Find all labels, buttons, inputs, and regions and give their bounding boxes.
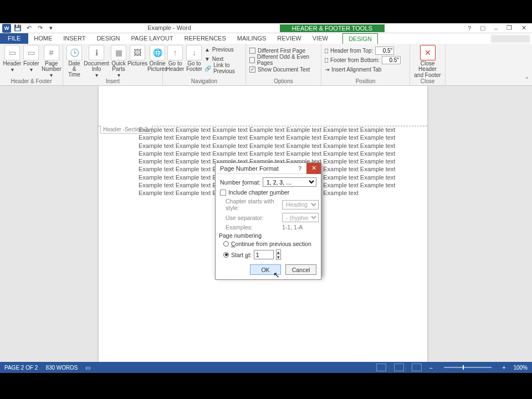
print-layout-icon[interactable] <box>394 364 404 371</box>
include-chapter-checkbox[interactable] <box>220 190 226 196</box>
group-header-footer: Header & Footer <box>3 78 59 85</box>
group-insert: Insert <box>66 78 159 85</box>
quick-parts-button[interactable]: ▦Quick Parts▾ <box>111 45 126 78</box>
show-document-text-checkbox[interactable]: ✓Show Document Text <box>249 65 318 74</box>
different-odd-even-checkbox[interactable]: Different Odd & Even Pages <box>249 55 318 64</box>
account-area[interactable] <box>491 35 530 43</box>
tab-mailings[interactable]: MAILINGS <box>232 33 272 44</box>
footer-from-bottom-label: Footer from Bottom: <box>330 57 380 63</box>
pictures-button[interactable]: 🖼Pictures <box>129 45 146 66</box>
header-from-top-label: Header from Top: <box>330 48 373 54</box>
group-options: Options <box>249 78 318 85</box>
qat-customize-icon[interactable]: ▾ <box>47 24 55 33</box>
zoom-out-button[interactable]: – <box>429 365 433 371</box>
previous-button[interactable]: ▲Previous <box>204 45 242 54</box>
ok-button[interactable]: OK <box>250 264 281 275</box>
close-button[interactable]: ✕ <box>516 24 531 33</box>
tab-design[interactable]: DESIGN <box>91 33 125 44</box>
insert-alignment-tab-button[interactable]: ⇥Insert Alignment Tab <box>325 65 406 74</box>
number-format-label: Number format: <box>220 179 260 186</box>
goto-header-button[interactable]: ↑Go to Header <box>166 45 184 72</box>
link-icon: 🔗 <box>204 65 211 71</box>
dialog-close-button[interactable]: ✕ <box>306 163 321 174</box>
document-info-button[interactable]: ℹDocument Info▾ <box>84 45 109 78</box>
number-format-select[interactable]: 1, 2, 3, … <box>263 177 316 187</box>
header-button[interactable]: ▭Header▾ <box>3 45 21 73</box>
collapse-ribbon-icon[interactable]: ˄ <box>525 76 529 84</box>
zoom-in-button[interactable]: + <box>503 365 506 371</box>
include-chapter-label: Include chapter number <box>228 189 289 196</box>
proofing-icon[interactable]: ▭ <box>85 365 90 371</box>
continue-label: Continue from previous section <box>231 241 311 247</box>
start-at-spin-down[interactable]: ▾ <box>277 255 280 259</box>
tab-page-layout[interactable]: PAGE LAYOUT <box>126 33 179 44</box>
previous-icon: ▲ <box>204 47 210 53</box>
dialog-help-button[interactable]: ? <box>294 165 305 172</box>
goto-footer-button[interactable]: ↓Go to Footer <box>186 45 202 72</box>
dialog-titlebar[interactable]: Page Number Format ? ✕ <box>216 163 321 174</box>
tab-view[interactable]: VIEW <box>307 33 334 44</box>
contextual-tab-header: HEADER & FOOTER TOOLS <box>280 24 385 32</box>
page-numbering-label: Page numbering <box>219 232 316 239</box>
redo-icon[interactable]: ↷ <box>35 24 44 33</box>
align-tab-icon: ⇥ <box>325 66 329 73</box>
examples-value: 1-1, 1-A <box>282 224 303 231</box>
group-navigation: Navigation <box>166 78 242 85</box>
header-top-icon: ⎕ <box>325 48 328 54</box>
undo-icon[interactable]: ↶ <box>24 24 33 33</box>
word-app-icon[interactable]: W <box>2 24 11 33</box>
page-number-button[interactable]: #Page Number▾ <box>42 45 62 78</box>
save-icon[interactable]: 💾 <box>13 24 22 33</box>
date-time-button[interactable]: 🕒Date & Time <box>66 45 82 78</box>
minimize-button[interactable]: – <box>490 24 502 33</box>
title-bar: W 💾 ↶ ↷ ▾ Example - Word HEADER & FOOTER… <box>0 23 532 33</box>
tab-file[interactable]: FILE <box>0 33 28 44</box>
tab-review[interactable]: REVIEW <box>272 33 306 44</box>
ribbon: ▭Header▾ ▭Footer▾ #Page Number▾ Header &… <box>0 44 532 86</box>
page-number-format-dialog: Page Number Format ? ✕ Number format: 1,… <box>215 162 321 280</box>
cancel-button[interactable]: Cancel <box>285 264 316 275</box>
footer-from-bottom-input[interactable] <box>382 56 401 64</box>
zoom-level[interactable]: 100% <box>513 365 528 371</box>
tab-home[interactable]: HOME <box>28 33 58 44</box>
quick-access-toolbar: W 💾 ↶ ↷ ▾ <box>0 24 55 33</box>
header-from-top-input[interactable] <box>375 47 394 55</box>
word-count[interactable]: 830 WORDS <box>45 365 78 371</box>
next-icon: ▼ <box>204 56 210 62</box>
separator-select: - (hyphen) <box>282 213 319 222</box>
footer-bottom-icon: ⎕ <box>325 57 328 63</box>
tab-references[interactable]: REFERENCES <box>179 33 232 44</box>
group-position: Position <box>325 78 406 85</box>
document-title: Example - Word <box>147 24 191 32</box>
continue-radio[interactable] <box>223 241 229 247</box>
group-close: Close <box>413 78 442 85</box>
link-previous-button[interactable]: 🔗Link to Previous <box>204 64 242 73</box>
tab-insert[interactable]: INSERT <box>58 33 91 44</box>
ribbon-tabs: FILE HOME INSERT DESIGN PAGE LAYOUT REFE… <box>0 33 532 44</box>
footer-button[interactable]: ▭Footer▾ <box>23 45 39 73</box>
tab-design-contextual[interactable]: DESIGN <box>342 33 378 44</box>
help-icon[interactable]: ? <box>463 24 475 33</box>
chapter-style-label: Chapter starts with style: <box>226 198 280 211</box>
ribbon-display-icon[interactable]: ▢ <box>477 24 489 33</box>
start-at-label: Start at: <box>231 252 252 258</box>
read-mode-icon[interactable] <box>376 364 386 371</box>
web-layout-icon[interactable] <box>412 364 422 371</box>
examples-label: Examples: <box>226 224 280 231</box>
zoom-slider[interactable] <box>444 367 492 368</box>
dialog-title: Page Number Format <box>220 165 279 172</box>
start-at-input[interactable] <box>254 250 274 259</box>
chapter-style-select: Heading 1 <box>282 200 319 209</box>
close-header-footer-button[interactable]: ✕Close Headerand Footer <box>413 45 442 78</box>
start-at-radio[interactable] <box>223 252 229 258</box>
maximize-button[interactable]: ❐ <box>503 24 515 33</box>
status-bar: PAGE 2 OF 2 830 WORDS ▭ – + 100% <box>0 362 532 373</box>
page-indicator[interactable]: PAGE 2 OF 2 <box>4 365 38 371</box>
separator-label: Use separator: <box>226 214 280 221</box>
